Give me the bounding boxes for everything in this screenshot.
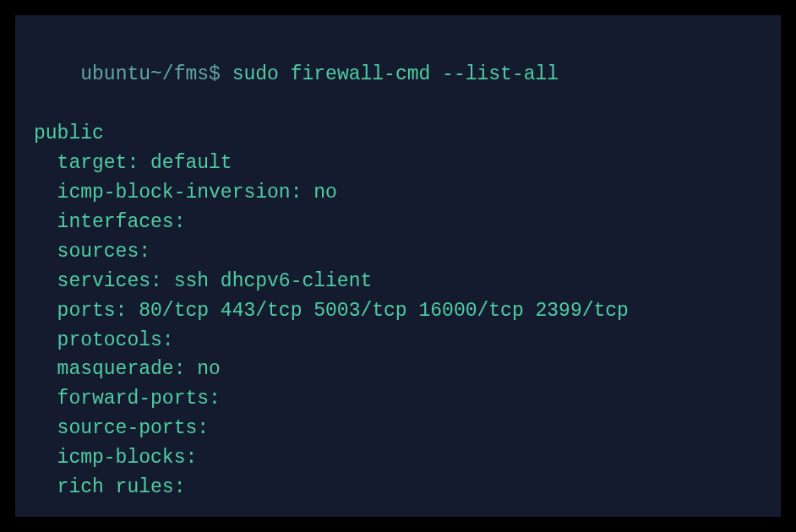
output-source-ports: source-ports:	[34, 414, 762, 443]
output-rich-rules: rich rules:	[34, 473, 762, 502]
prompt-symbol: $	[209, 63, 232, 85]
output-icmp-blocks: icmp-blocks:	[34, 443, 762, 473]
output-ports: ports: 80/tcp 443/tcp 5003/tcp 16000/tcp…	[34, 296, 762, 326]
terminal-window[interactable]: ubuntu~/fms$ sudo firewall-cmd --list-al…	[15, 15, 781, 517]
command-line-1: ubuntu~/fms$ sudo firewall-cmd --list-al…	[34, 30, 762, 119]
command-text: sudo firewall-cmd --list-all	[232, 63, 559, 85]
output-services: services: ssh dhcpv6-client	[34, 267, 762, 296]
output-sources: sources:	[34, 237, 762, 267]
output-icmp-block-inversion: icmp-block-inversion: no	[34, 178, 762, 208]
prompt-user-host: ubuntu~/fms	[80, 63, 209, 85]
blank-line	[34, 502, 762, 517]
output-target: target: default	[34, 149, 762, 178]
output-forward-ports: forward-ports:	[34, 384, 762, 414]
output-interfaces: interfaces:	[34, 208, 762, 237]
output-zone: public	[34, 119, 762, 149]
output-protocols: protocols:	[34, 326, 762, 356]
output-masquerade: masquerade: no	[34, 355, 762, 384]
